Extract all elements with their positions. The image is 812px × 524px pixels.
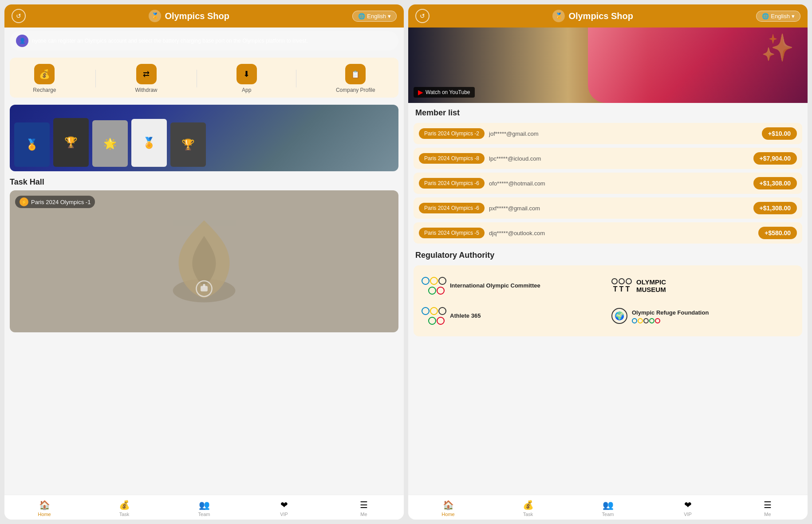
left-nav-vip[interactable]: ❤ VIP <box>244 499 324 518</box>
ioc-label: International Olympic Committee <box>450 282 540 290</box>
member-row-0: Paris 2024 Olympics -2 jof*****@gmail.co… <box>414 123 802 144</box>
app-action[interactable]: ⬇ App <box>237 64 257 93</box>
right-me-label: Me <box>764 512 771 517</box>
right-team-icon: 👥 <box>603 500 614 510</box>
museum-ring-3 <box>626 278 632 284</box>
right-home-icon: 🏠 <box>443 500 454 510</box>
left-vip-icon: ❤ <box>280 500 288 510</box>
r-ring-yellow <box>638 318 643 323</box>
member-row-4: Paris 2024 Olympics -5 djq*****@outlook.… <box>414 222 802 244</box>
left-title-icon: 🏅 <box>149 10 161 22</box>
regulatory-title: Regulatory Authority <box>408 245 808 264</box>
youtube-logo: ▶ <box>418 89 423 96</box>
a-ring-blue <box>422 307 430 315</box>
ioc-item: International Olympic Committee <box>422 274 604 297</box>
left-vip-label: VIP <box>280 512 288 517</box>
task-card[interactable]: ⚡ Paris 2024 Olympics -1 <box>10 190 398 332</box>
left-home-icon: 🏠 <box>39 500 50 510</box>
a-ring-green <box>428 317 436 325</box>
member-amount-0: +$10.00 <box>762 127 797 140</box>
ring-yellow <box>430 277 438 285</box>
left-bottom-nav: 🏠 Home 💰 Task 👥 Team ❤ VIP ☰ Me <box>4 495 404 520</box>
quick-actions: 💰 Recharge ⇄ Withdraw ⬇ App 📋 Company Pr… <box>10 58 398 98</box>
divider-2 <box>197 70 197 87</box>
member-tag-4: Paris 2024 Olympics -5 <box>419 228 485 238</box>
right-nav-task[interactable]: 💰 Task <box>488 499 568 518</box>
right-lang-button[interactable]: 🌐 English ▾ <box>756 11 800 22</box>
video-thumbnail[interactable]: ✨ ▶ Watch on YouTube <box>408 28 808 103</box>
right-title-icon: 🏅 <box>552 10 565 22</box>
right-header: ↺ 🏅 Olympics Shop 🌐 English ▾ <box>408 4 808 28</box>
banner-image: 🏅 🏆 🌟 🏅 🏆 <box>10 105 398 171</box>
right-panel: ↺ 🏅 Olympics Shop 🌐 English ▾ ✨ ▶ Watch … <box>408 4 808 520</box>
left-nav-task[interactable]: 💰 Task <box>84 499 164 518</box>
member-row-1: Paris 2024 Olympics -8 lpc*****@icloud.c… <box>414 148 802 169</box>
app-label: App <box>242 87 251 93</box>
regulatory-grid: International Olympic Committee TTT OLYM… <box>414 265 802 336</box>
left-team-label: Team <box>198 512 210 517</box>
right-nav-vip[interactable]: ❤ VIP <box>648 499 728 518</box>
right-nav-me[interactable]: ☰ Me <box>728 499 808 518</box>
left-home-label: Home <box>38 512 51 517</box>
left-nav-me[interactable]: ☰ Me <box>324 499 404 518</box>
right-vip-label: VIP <box>684 512 692 517</box>
left-task-icon: 💰 <box>119 500 130 510</box>
flame-icon <box>164 213 244 310</box>
left-app-title: 🏅 Olympics Shop <box>149 10 229 22</box>
olympic-museum-text: OLYMPIC <box>636 278 666 286</box>
ring-green <box>428 287 436 295</box>
right-vip-icon: ❤ <box>684 500 692 510</box>
museum-item: TTT OLYMPIC MUSEUM <box>611 274 793 297</box>
member-tag-0: Paris 2024 Olympics -2 <box>419 128 485 139</box>
member-row-3: Paris 2024 Olympics -6 pxf*****@gmail.co… <box>414 197 802 219</box>
left-me-icon: ☰ <box>360 500 368 510</box>
member-email-2: ofo*****@hotmail.com <box>489 180 749 187</box>
museum-ring-1 <box>611 278 618 284</box>
museum-label: OLYMPIC MUSEUM <box>636 278 666 293</box>
right-nav-team[interactable]: 👥 Team <box>568 499 648 518</box>
museum-text: MUSEUM <box>636 286 666 293</box>
right-task-label: Task <box>523 512 533 517</box>
right-me-icon: ☰ <box>764 500 772 510</box>
member-tag-2: Paris 2024 Olympics -6 <box>419 178 485 189</box>
company-action[interactable]: 📋 Company Profile <box>336 64 375 93</box>
r-ring-green <box>649 318 654 323</box>
refuge-label: Olympic Refuge Foundation <box>632 309 709 316</box>
right-home-label: Home <box>441 512 454 517</box>
athlete-rings-icon <box>422 304 445 327</box>
member-amount-3: +$1,308.00 <box>753 202 797 214</box>
left-refresh-icon[interactable]: ↺ <box>12 9 26 23</box>
a-ring-yellow <box>430 307 438 315</box>
r-ring-red <box>655 318 660 323</box>
refuge-icon: 🌍 <box>611 308 627 324</box>
member-email-1: lpc*****@icloud.com <box>489 155 749 162</box>
member-row-2: Paris 2024 Olympics -6 ofo*****@hotmail.… <box>414 173 802 194</box>
member-list-title: Member list <box>408 103 808 121</box>
ring-blue <box>422 277 430 285</box>
right-nav-home[interactable]: 🏠 Home <box>408 499 488 518</box>
company-icon: 📋 <box>345 64 366 84</box>
company-label: Company Profile <box>336 87 375 93</box>
left-panel: ↺ 🏅 Olympics Shop 🌐 English ▾ 👤 nyone ca… <box>4 4 404 520</box>
divider-1 <box>95 70 96 87</box>
ring-black <box>438 277 446 285</box>
withdraw-icon: ⇄ <box>136 64 157 84</box>
right-refresh-icon[interactable]: ↺ <box>415 9 430 23</box>
left-lang-button[interactable]: 🌐 English ▾ <box>352 11 397 22</box>
left-nav-team[interactable]: 👥 Team <box>164 499 244 518</box>
withdraw-action[interactable]: ⇄ Withdraw <box>135 64 158 93</box>
ring-red <box>437 287 445 295</box>
app-icon: ⬇ <box>237 64 257 84</box>
member-email-4: djq*****@outlook.com <box>489 230 754 236</box>
right-team-label: Team <box>602 512 614 517</box>
r-ring-blue <box>632 318 637 323</box>
left-task-label: Task <box>119 512 130 517</box>
museum-ring-2 <box>619 278 625 284</box>
member-tag-1: Paris 2024 Olympics -8 <box>419 153 485 164</box>
recharge-icon: 💰 <box>34 64 55 84</box>
left-nav-home[interactable]: 🏠 Home <box>4 499 84 518</box>
museum-icon: TTT <box>611 278 632 293</box>
member-tag-3: Paris 2024 Olympics -6 <box>419 203 485 213</box>
notification-bar: 👤 nyone can register an Olympics account… <box>10 31 398 51</box>
recharge-action[interactable]: 💰 Recharge <box>33 64 56 93</box>
